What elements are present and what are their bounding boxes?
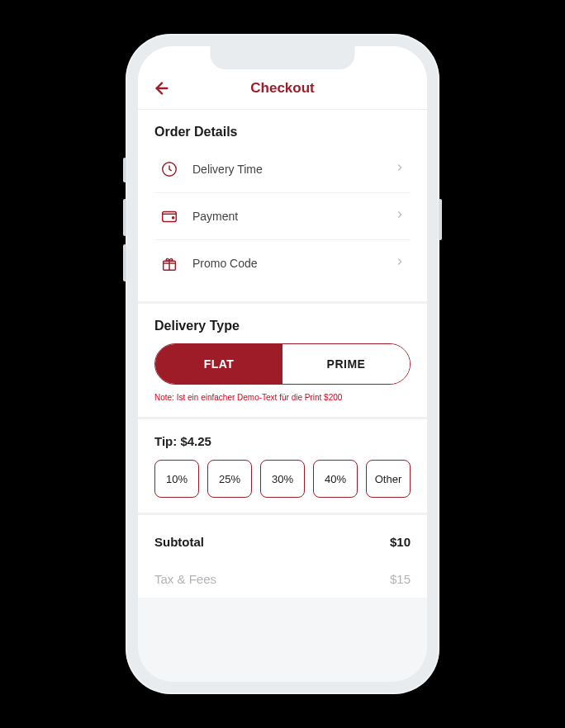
tip-options: 10% 25% 30% 40% Other: [154, 460, 411, 498]
page-title: Checkout: [138, 80, 427, 97]
phone-frame: Checkout Order Details Delivery Time Pay…: [126, 34, 439, 694]
tax-value: $15: [390, 572, 411, 586]
tip-option-25[interactable]: 25%: [207, 460, 252, 498]
tip-option-40[interactable]: 40%: [313, 460, 358, 498]
delivery-type-segmented: FLAT PRIME: [154, 343, 411, 385]
side-button: [123, 244, 126, 281]
order-row-label: Delivery Time: [192, 163, 394, 176]
chevron-right-icon: [394, 162, 406, 177]
screen: Checkout Order Details Delivery Time Pay…: [138, 46, 427, 682]
gift-icon: [159, 253, 179, 273]
wallet-icon: [159, 206, 179, 226]
delivery-type-section: Delivery Type FLAT PRIME Note: Ist ein e…: [138, 304, 427, 419]
tip-option-30[interactable]: 30%: [260, 460, 305, 498]
tip-option-other[interactable]: Other: [366, 460, 411, 498]
order-row-delivery-time[interactable]: Delivery Time: [154, 146, 411, 193]
order-row-promo-code[interactable]: Promo Code: [154, 240, 411, 286]
tax-label: Tax & Fees: [154, 572, 216, 586]
back-button[interactable]: [153, 79, 171, 97]
svg-point-3: [172, 217, 173, 219]
side-button: [123, 158, 126, 182]
subtotal-value: $10: [390, 535, 411, 549]
order-row-label: Promo Code: [192, 257, 394, 270]
order-details-title: Order Details: [154, 125, 411, 139]
order-row-payment[interactable]: Payment: [154, 193, 411, 240]
notch: [211, 46, 355, 69]
tip-section: Tip: $4.25 10% 25% 30% 40% Other: [138, 419, 427, 515]
side-button: [123, 199, 126, 236]
subtotal-label: Subtotal: [154, 535, 204, 549]
delivery-type-title: Delivery Type: [154, 319, 411, 333]
order-details-section: Order Details Delivery Time Payment: [138, 110, 427, 304]
tip-option-10[interactable]: 10%: [154, 460, 199, 498]
side-button: [439, 199, 442, 240]
arrow-left-icon: [153, 79, 171, 97]
totals-section: Subtotal $10 Tax & Fees $15: [138, 515, 427, 598]
total-row-tax: Tax & Fees $15: [154, 560, 411, 598]
delivery-type-flat[interactable]: FLAT: [155, 344, 282, 384]
chevron-right-icon: [394, 256, 406, 271]
delivery-type-note: Note: Ist ein einfacher Demo-Text für di…: [154, 393, 411, 402]
clock-icon: [159, 159, 179, 179]
chevron-right-icon: [394, 209, 406, 224]
total-row-subtotal: Subtotal $10: [154, 523, 411, 560]
delivery-type-prime[interactable]: PRIME: [282, 344, 410, 384]
tip-title: Tip: $4.25: [154, 434, 411, 448]
order-row-label: Payment: [192, 210, 394, 223]
